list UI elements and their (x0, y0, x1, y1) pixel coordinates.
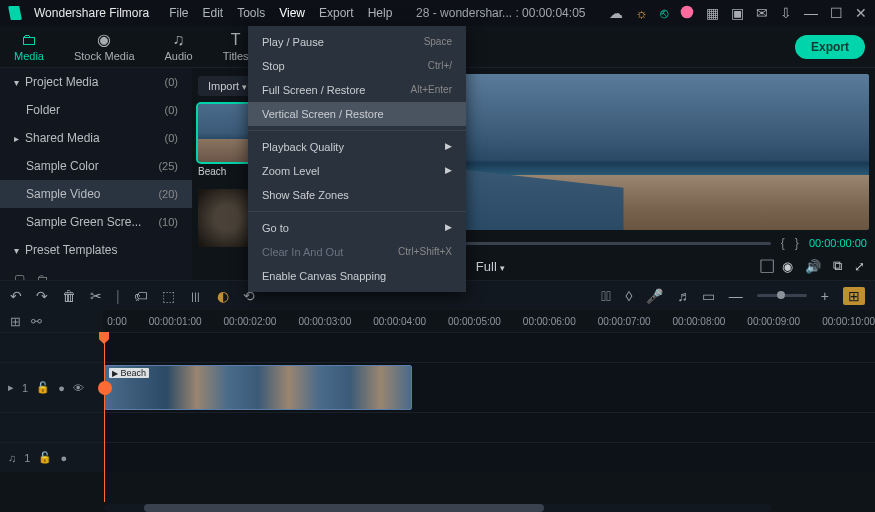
sidebar-item-folder[interactable]: Folder(0) (0, 96, 192, 124)
headset-icon[interactable]: ⎋ (660, 5, 668, 21)
sidebar-item-project-media[interactable]: ▾Project Media(0) (0, 68, 192, 96)
sidebar-item-label: Sample Color (26, 159, 99, 173)
undo-icon[interactable]: ↶ (10, 288, 22, 304)
tag-icon[interactable]: 🏷 (134, 288, 148, 304)
menu-help[interactable]: Help (368, 6, 393, 20)
timeline-scrollbar[interactable] (104, 504, 771, 512)
ruler-tick: 00:00:01:00 (149, 316, 202, 327)
tab-titles-label: Titles (223, 50, 249, 62)
fullscreen-icon[interactable]: ⤢ (854, 259, 865, 274)
render-icon[interactable]: ▸⃝ (601, 288, 611, 304)
snap-icon[interactable]: ▭ (702, 288, 715, 304)
menu-stop[interactable]: StopCtrl+/ (248, 54, 466, 78)
dd-shortcut: Ctrl+Shift+X (398, 246, 452, 258)
text-icon: T (231, 32, 241, 48)
new-folder-icon[interactable]: ▢ (14, 272, 25, 280)
mute-icon[interactable]: ● (60, 452, 67, 464)
export-button[interactable]: Export (795, 35, 865, 59)
tab-stock-media[interactable]: ◉ Stock Media (70, 30, 139, 64)
menu-playback-quality[interactable]: Playback Quality▶ (248, 135, 466, 159)
mark-in-icon[interactable]: { (781, 236, 785, 250)
dd-label: Play / Pause (262, 36, 324, 48)
visibility-icon[interactable]: 👁 (73, 382, 84, 394)
clip-trim-handle[interactable] (98, 381, 112, 395)
track-body[interactable] (104, 443, 875, 472)
save-icon[interactable]: ▣ (731, 5, 744, 21)
zoom-handle[interactable] (777, 291, 785, 299)
snapshot-icon[interactable]: ◉ (782, 259, 793, 274)
marker-icon[interactable]: ◊ (625, 288, 632, 304)
zoom-out-icon[interactable]: — (729, 288, 743, 304)
menu-play-pause[interactable]: Play / PauseSpace (248, 30, 466, 54)
zoom-fit-icon[interactable]: ⊞ (843, 287, 865, 305)
quality-dropdown[interactable]: Full ▾ (476, 259, 506, 274)
pip-icon[interactable]: ⧉ (833, 258, 842, 274)
tab-media[interactable]: 🗀 Media (10, 30, 48, 64)
sidebar-item-sample-video[interactable]: Sample Video(20) (0, 180, 192, 208)
grid-icon[interactable]: ▦ (706, 5, 719, 21)
minimize-icon[interactable]: — (804, 5, 818, 21)
maximize-icon[interactable]: ☐ (830, 5, 843, 21)
delete-icon[interactable]: 🗑 (62, 288, 76, 304)
quality-label: Full (476, 259, 497, 274)
menu-fullscreen[interactable]: Full Screen / RestoreAlt+Enter (248, 78, 466, 102)
menu-vertical-screen[interactable]: Vertical Screen / Restore (248, 102, 466, 126)
sidebar-item-sample-green[interactable]: Sample Green Scre...(10) (0, 208, 192, 236)
sidebar-item-sample-color[interactable]: Sample Color(25) (0, 152, 192, 180)
close-icon[interactable]: ✕ (855, 5, 867, 21)
profile-icon[interactable] (680, 5, 694, 22)
cut-icon[interactable]: ✂ (90, 288, 102, 304)
link-icon[interactable]: ⚯ (31, 314, 42, 329)
lock-icon[interactable]: 🔓 (36, 381, 50, 394)
redo-icon[interactable]: ↷ (36, 288, 48, 304)
crop-icon[interactable]: ⬚ (162, 288, 175, 304)
track-body[interactable]: ▶ Beach (104, 363, 875, 412)
track-type-icon: ♫ (8, 452, 16, 464)
folder-icon[interactable]: 🗀 (37, 272, 49, 280)
ruler-tick: 00:00:05:00 (448, 316, 501, 327)
sidebar-item-shared-media[interactable]: ▸Shared Media(0) (0, 124, 192, 152)
menu-view[interactable]: View (279, 6, 305, 20)
time-ruler[interactable]: 0:00 00:00:01:00 00:00:02:00 00:00:03:00… (103, 310, 875, 332)
mixer-icon[interactable]: ♬ (677, 288, 688, 304)
speed-icon[interactable]: ◐ (217, 288, 229, 304)
menu-goto[interactable]: Go to▶ (248, 216, 466, 240)
dd-shortcut: Alt+Enter (411, 84, 452, 96)
mute-icon[interactable]: ● (58, 382, 65, 394)
adjust-icon[interactable]: ⫼ (189, 288, 203, 304)
lock-icon[interactable]: 🔓 (38, 451, 52, 464)
tab-audio[interactable]: ♫ Audio (161, 30, 197, 64)
track-number: 1 (24, 452, 30, 464)
clip-beach[interactable]: ▶ Beach (104, 365, 412, 410)
menu-edit[interactable]: Edit (203, 6, 224, 20)
video-track-1: ▸ 1 🔓 ● 👁 ▶ Beach (0, 362, 875, 412)
mic-icon[interactable]: ⇩ (780, 5, 792, 21)
menu-file[interactable]: File (169, 6, 188, 20)
dd-label: Playback Quality (262, 141, 344, 153)
menu-export[interactable]: Export (319, 6, 354, 20)
timeline-view-icon[interactable]: ⊞ (10, 314, 21, 329)
sun-icon[interactable]: ☼ (635, 5, 648, 21)
window-title: 28 - wondershar... : 00:00:04:05 (404, 6, 597, 20)
sidebar-item-label: Sample Video (26, 187, 101, 201)
scrollbar-thumb[interactable] (144, 504, 544, 512)
mark-out-icon[interactable]: } (795, 236, 799, 250)
menu-tools[interactable]: Tools (237, 6, 265, 20)
zoom-slider[interactable] (757, 294, 807, 297)
menu-zoom-level[interactable]: Zoom Level▶ (248, 159, 466, 183)
menu-canvas-snapping[interactable]: Enable Canvas Snapping (248, 264, 466, 288)
zoom-in-icon[interactable]: + (821, 288, 829, 304)
chevron-down-icon: ▾ (14, 77, 19, 88)
sidebar-item-preset-templates[interactable]: ▾Preset Templates (0, 236, 192, 264)
volume-icon[interactable]: 🔊 (805, 259, 821, 274)
menu-safe-zones[interactable]: Show Safe Zones (248, 183, 466, 207)
sidebar-count: (25) (158, 160, 178, 172)
mail-icon[interactable]: ✉ (756, 5, 768, 21)
cloud-icon[interactable]: ☁ (609, 5, 623, 21)
playhead[interactable] (104, 332, 105, 502)
track-type-icon: ▸ (8, 381, 14, 394)
menu-separator (248, 211, 466, 212)
app-name: Wondershare Filmora (34, 6, 149, 20)
voiceover-icon[interactable]: 🎤 (646, 288, 663, 304)
sidebar-item-label: Shared Media (25, 131, 100, 145)
